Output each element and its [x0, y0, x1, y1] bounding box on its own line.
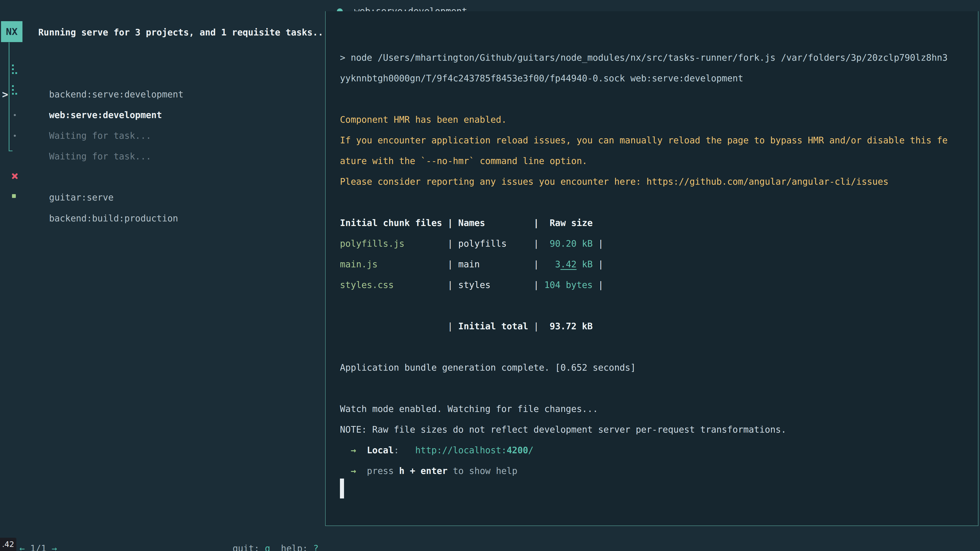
terminal-line: Watch mode enabled. Watching for file ch…: [340, 399, 598, 419]
terminal-cursor: [340, 478, 344, 499]
terminal-text-segment: 90.20 kB: [539, 238, 593, 249]
terminal-text-segment: :: [394, 445, 415, 455]
pager-prev-arrow-icon[interactable]: ←: [19, 543, 25, 551]
terminal-output[interactable]: > node /Users/mhartington/Github/guitars…: [325, 11, 978, 526]
task-tree-guide-line: [9, 42, 10, 151]
help-arrow-icon: →: [351, 466, 356, 476]
help-key-hint: ?: [313, 543, 318, 551]
terminal-text-segment: ature with the `--no-hmr` command line o…: [340, 156, 587, 166]
terminal-line: Component HMR has been enabled.: [340, 110, 507, 130]
quit-label: quit:: [232, 543, 265, 551]
terminal-line: > node /Users/mhartington/Github/guitars…: [340, 48, 948, 68]
terminal-text-segment: Watch mode enabled. Watching for file ch…: [340, 404, 598, 414]
terminal-text-segment: | main |: [378, 259, 539, 269]
terminal-text-segment: [356, 466, 367, 476]
task-failed-icon: [11, 172, 18, 179]
task-label: backend:build:production: [49, 213, 178, 224]
task-tree-guide-foot: [9, 151, 13, 151]
pager: ← 1/1 →: [9, 518, 57, 538]
terminal-line: styles.css | styles | 104 bytes |: [340, 275, 604, 295]
task-label: Waiting for task...: [49, 151, 151, 162]
terminal-text-segment: > node /Users/mhartington/Github/guitars…: [340, 52, 948, 63]
terminal-text-segment: Please consider reporting any issues you…: [340, 176, 888, 187]
terminal-text-segment: 93.72 kB: [550, 321, 593, 331]
terminal-text-segment: Initial total: [458, 321, 528, 331]
pager-next-arrow-icon[interactable]: →: [52, 543, 57, 551]
local-url-link[interactable]: /: [528, 445, 534, 455]
terminal-text-segment: [356, 445, 367, 455]
terminal-line: → press h + enter to show help: [340, 461, 517, 481]
local-arrow-icon: →: [351, 445, 356, 455]
terminal-text-segment: |: [528, 321, 550, 331]
terminal-text-segment: Component HMR has been enabled.: [340, 114, 507, 125]
sidebar-task-row-selected[interactable]: web:serve:development: [38, 84, 162, 105]
run-summary-title: Running serve for 3 projects, and 1 requ…: [38, 22, 323, 43]
terminal-text-segment: main.js: [340, 259, 378, 269]
terminal-text-segment: |: [593, 259, 603, 269]
local-url-port[interactable]: 4200: [507, 445, 528, 455]
terminal-text-segment: styles.css: [340, 280, 394, 290]
sidebar-task-row[interactable]: backend:serve:development: [38, 64, 183, 84]
terminal-text-segment: [340, 466, 351, 476]
terminal-text-segment: | styles |: [394, 280, 539, 290]
terminal-text-segment: to show help: [447, 466, 517, 476]
task-success-icon: [12, 194, 16, 198]
terminal-text-segment: Initial chunk files | Names | Raw size: [340, 218, 593, 228]
nx-logo-badge: NX: [1, 21, 22, 42]
terminal-text-segment: .42: [560, 259, 576, 269]
help-label: help:: [270, 543, 313, 551]
quit-key-hint: q: [265, 543, 270, 551]
terminal-text-segment: kB: [576, 259, 593, 269]
spinner-icon: [12, 85, 17, 95]
terminal-line: If you encounter application reload issu…: [340, 130, 948, 151]
selected-task-chevron-icon: >: [2, 84, 8, 105]
terminal-text-segment: Local: [367, 445, 393, 455]
terminal-text-segment: press: [367, 466, 399, 476]
terminal-line: Initial chunk files | Names | Raw size: [340, 213, 593, 233]
terminal-line: Application bundle generation complete. …: [340, 357, 636, 378]
terminal-line: main.js | main | 3.42 kB |: [340, 254, 604, 275]
sidebar-task-row[interactable]: guitar:serve: [38, 167, 114, 187]
terminal-line: → Local: http://localhost:4200/: [340, 440, 534, 461]
terminal-text-segment: |: [340, 321, 458, 331]
terminal-text-segment: 3: [539, 259, 560, 269]
pending-dot-icon: [14, 114, 16, 116]
terminal-text-segment: h + enter: [399, 466, 448, 476]
terminal-text-segment: Application bundle generation complete. …: [340, 362, 636, 373]
pager-page-indicator: 1/1: [25, 543, 52, 551]
terminal-text-segment: yyknnbtgh0000gn/T/9f4c243785f8453e3f00/f…: [340, 73, 743, 83]
help-bar: quit: q help: ?: [222, 518, 318, 538]
terminal-text-segment: |: [593, 238, 603, 249]
sidebar-task-row[interactable]: backend:build:production: [38, 187, 178, 208]
pending-dot-icon: [14, 135, 16, 137]
terminal-text-segment: | polyfills |: [404, 238, 539, 249]
terminal-line: yyknnbtgh0000gn/T/9f4c243785f8453e3f00/f…: [340, 68, 743, 89]
terminal-line: polyfills.js | polyfills | 90.20 kB |: [340, 233, 604, 254]
terminal-text-segment: |: [593, 280, 603, 290]
terminal-text-segment: If you encounter application reload issu…: [340, 135, 948, 145]
terminal-line: Please consider reporting any issues you…: [340, 171, 888, 192]
terminal-text-segment: polyfills.js: [340, 238, 404, 249]
terminal-line: NOTE: Raw file sizes do not reflect deve…: [340, 419, 786, 440]
terminal-text-segment: 104 bytes: [539, 280, 593, 290]
local-url-link[interactable]: http://localhost:: [415, 445, 507, 455]
hover-link-tooltip: .42: [0, 538, 16, 551]
terminal-line: | Initial total | 93.72 kB: [340, 316, 593, 337]
terminal-text-segment: NOTE: Raw file sizes do not reflect deve…: [340, 424, 786, 435]
sidebar-task-row[interactable]: Waiting for task...: [38, 125, 151, 146]
spinner-icon: [12, 65, 17, 75]
sidebar-task-row[interactable]: Waiting for task...: [38, 105, 151, 125]
terminal-text-segment: [340, 445, 351, 455]
terminal-line: ature with the `--no-hmr` command line o…: [340, 151, 587, 171]
